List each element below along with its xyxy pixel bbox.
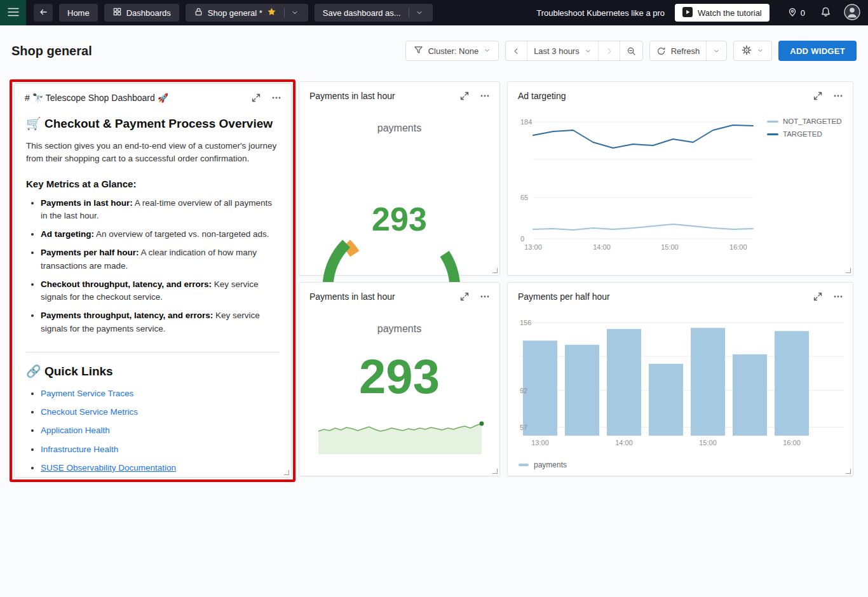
payments-per-half-hour-widget: Payments per half hour 156925713:0014:00… bbox=[507, 282, 853, 476]
list-item: Payment Service Traces bbox=[41, 387, 280, 400]
dashboards-button[interactable]: Dashboards bbox=[104, 4, 179, 22]
ellipsis-icon bbox=[480, 91, 490, 101]
svg-text:14:00: 14:00 bbox=[615, 439, 633, 446]
time-range-label: Last 3 hours bbox=[534, 46, 580, 56]
hamburger-icon bbox=[8, 8, 19, 18]
svg-text:15:00: 15:00 bbox=[661, 243, 679, 251]
chevron-down-icon bbox=[585, 48, 592, 55]
legend-label: TARGETED bbox=[783, 130, 822, 138]
expand-widget-button[interactable] bbox=[459, 90, 470, 102]
page-header: Shop general Cluster: None Last 3 hours bbox=[0, 25, 868, 76]
expand-widget-button[interactable] bbox=[812, 291, 824, 302]
legend-item-not-targeted[interactable]: NOT_TARGETED bbox=[767, 117, 841, 125]
payments-value: 293 bbox=[299, 349, 499, 404]
page-title: Shop general bbox=[11, 44, 92, 58]
notifications-button[interactable] bbox=[820, 6, 831, 19]
ellipsis-icon bbox=[480, 292, 490, 302]
watch-tutorial-button[interactable]: Watch the tutorial bbox=[675, 4, 770, 22]
svg-text:92: 92 bbox=[520, 387, 527, 394]
save-as-label: Save dashboard as... bbox=[323, 8, 401, 18]
resize-handle[interactable] bbox=[492, 268, 498, 273]
list-item: Infrastructure Health bbox=[41, 443, 280, 456]
metrics-heading: Key Metrics at a Glance: bbox=[26, 178, 280, 189]
link-payment-service-traces[interactable]: Payment Service Traces bbox=[41, 389, 133, 398]
resize-handle[interactable] bbox=[492, 469, 498, 474]
resize-handle[interactable] bbox=[846, 268, 851, 273]
home-label: Home bbox=[67, 8, 90, 18]
time-back-button[interactable] bbox=[506, 41, 527, 60]
resize-handle[interactable] bbox=[284, 470, 289, 475]
series-label: payments bbox=[299, 123, 499, 134]
svg-text:13:00: 13:00 bbox=[524, 243, 542, 251]
resize-handle[interactable] bbox=[846, 469, 851, 474]
watch-tutorial-label: Watch the tutorial bbox=[698, 8, 762, 18]
zoom-out-time-button[interactable] bbox=[620, 41, 642, 60]
widget-title: Payments in last hour bbox=[309, 292, 395, 302]
payments-gauge-widget: Payments in last hour payments 293 bbox=[299, 81, 500, 276]
svg-text:13:00: 13:00 bbox=[531, 439, 549, 446]
sparkline-chart bbox=[318, 417, 482, 454]
add-widget-button[interactable]: ADD WIDGET bbox=[778, 41, 857, 61]
favorite-star-icon[interactable] bbox=[267, 7, 276, 18]
widget-menu-button[interactable] bbox=[832, 291, 844, 302]
legend-item-targeted[interactable]: TARGETED bbox=[767, 130, 841, 138]
dashboard-settings-button[interactable] bbox=[733, 41, 772, 61]
expand-icon bbox=[813, 91, 823, 101]
refresh-options-chevron[interactable] bbox=[706, 41, 726, 60]
overview-heading: 🛒 Checkout & Payment Process Overview bbox=[26, 116, 280, 131]
refresh-label: Refresh bbox=[671, 46, 700, 56]
widget-title: Ad targeting bbox=[518, 91, 566, 101]
lock-icon bbox=[194, 7, 203, 18]
widget-menu-button[interactable] bbox=[479, 291, 491, 302]
user-avatar[interactable] bbox=[844, 4, 860, 22]
dashboard-tab-chevron[interactable] bbox=[290, 9, 300, 17]
widget-menu-button[interactable] bbox=[832, 90, 844, 102]
expand-widget-button[interactable] bbox=[250, 92, 262, 104]
widget-menu-button[interactable] bbox=[479, 90, 491, 102]
top-navigation-bar: Home Dashboards Shop general * Save dash… bbox=[0, 0, 868, 25]
home-button[interactable]: Home bbox=[59, 4, 98, 22]
expand-widget-button[interactable] bbox=[459, 291, 470, 302]
time-forward-button[interactable] bbox=[598, 41, 620, 60]
widget-title: # 🔭 Telescope Shop Dashboard 🚀 bbox=[25, 93, 168, 103]
line-chart: 18465013:0014:0015:0016:00 bbox=[518, 114, 761, 255]
ad-targeting-widget: Ad targeting 18465013:0014:0015:0016:00 … bbox=[507, 81, 853, 276]
refresh-icon bbox=[656, 46, 666, 56]
hamburger-menu-button[interactable] bbox=[0, 0, 26, 25]
save-dashboard-as-button[interactable]: Save dashboard as... bbox=[315, 4, 433, 22]
dashboard-canvas: # 🔭 Telescope Shop Dashboard 🚀 🛒 Checkou… bbox=[0, 76, 868, 597]
pinned-items-indicator[interactable]: 0 bbox=[787, 7, 805, 19]
filter-funnel-icon bbox=[414, 45, 423, 57]
ellipsis-icon bbox=[271, 93, 281, 103]
expand-icon bbox=[813, 292, 823, 302]
expand-icon bbox=[251, 93, 261, 103]
button-divider bbox=[284, 8, 285, 18]
link-infrastructure-health[interactable]: Infrastructure Health bbox=[41, 445, 118, 454]
svg-text:16:00: 16:00 bbox=[729, 243, 747, 251]
bar-chart-legend[interactable]: payments bbox=[519, 460, 567, 469]
back-button[interactable] bbox=[34, 4, 53, 22]
link-application-health[interactable]: Application Health bbox=[41, 426, 110, 435]
refresh-button[interactable]: Refresh bbox=[650, 41, 707, 60]
quick-links-heading: 🔗 Quick Links bbox=[26, 364, 280, 379]
current-dashboard-tab[interactable]: Shop general * bbox=[186, 4, 308, 22]
legend-swatch bbox=[767, 133, 778, 135]
link-suse-observability-docs[interactable]: SUSE Observability Documentation bbox=[41, 463, 176, 473]
dashboards-grid-icon bbox=[112, 7, 122, 18]
cluster-filter-button[interactable]: Cluster: None bbox=[405, 41, 499, 61]
list-item: SUSE Observability Documentation bbox=[41, 462, 280, 474]
arrow-left-icon bbox=[38, 7, 48, 19]
widget-title: Payments in last hour bbox=[309, 91, 395, 101]
expand-widget-button[interactable] bbox=[812, 90, 824, 102]
add-widget-label: ADD WIDGET bbox=[790, 46, 845, 56]
bar-chart: 156925713:0014:0015:0016:00 bbox=[519, 318, 849, 448]
list-item: Payments in last hour: A real-time overv… bbox=[41, 197, 280, 223]
quick-links-list: Payment Service Traces Checkout Service … bbox=[26, 387, 280, 474]
time-range-button[interactable]: Last 3 hours bbox=[527, 41, 598, 60]
link-checkout-service-metrics[interactable]: Checkout Service Metrics bbox=[41, 407, 138, 417]
widget-menu-button[interactable] bbox=[271, 92, 282, 104]
overview-text: This section gives you an end-to-end vie… bbox=[26, 140, 280, 166]
svg-text:16:00: 16:00 bbox=[783, 439, 801, 446]
save-as-chevron[interactable] bbox=[414, 9, 424, 17]
refresh-group: Refresh bbox=[649, 41, 728, 61]
